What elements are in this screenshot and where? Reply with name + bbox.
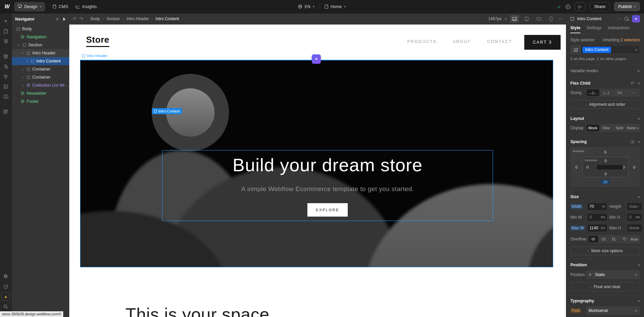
max-height-input[interactable]: None-	[627, 224, 642, 232]
pages-icon[interactable]	[1, 27, 10, 36]
explore-button[interactable]: EXPLORE	[307, 203, 348, 217]
canvas-more-icon[interactable]: ⋯	[559, 16, 563, 21]
min-width-input[interactable]: 0PX	[587, 213, 607, 221]
preview-button[interactable]: ▷	[575, 2, 585, 11]
flex-child-section-header[interactable]: Flex Child ∨	[570, 81, 640, 86]
padding-bottom-value[interactable]: 0	[605, 172, 607, 176]
spacing-section-header[interactable]: Spacing ∨	[570, 139, 640, 144]
site-logo[interactable]: Store	[86, 35, 109, 47]
breakpoint-desktop-icon[interactable]: *	[510, 15, 519, 22]
padding-left-value[interactable]: 0	[586, 165, 589, 169]
nav-link-products[interactable]: PRODUCTS	[407, 39, 437, 44]
close-icon[interactable]: ✕	[56, 17, 59, 21]
insights-button[interactable]: Insights	[76, 4, 97, 9]
inherited-selectors-link[interactable]: 2 selectors	[620, 38, 640, 42]
navigator-item-navigation[interactable]: Navigation	[12, 33, 69, 41]
position-section-header[interactable]: Position ∨	[570, 263, 640, 267]
margin-bottom-value[interactable]: 20	[601, 180, 610, 184]
breakpoint-tablet-icon[interactable]	[522, 15, 531, 22]
add-variable-mode-icon[interactable]: +	[637, 68, 640, 74]
breadcrumb-intro-header[interactable]: Intro Header	[126, 16, 149, 21]
spacing-drag-handle[interactable]: ✦	[312, 54, 321, 64]
typography-section-header[interactable]: Typography ∨	[570, 299, 640, 303]
position-dropdown[interactable]: ✕ Static ∨	[586, 270, 640, 279]
tab-settings[interactable]: Settings	[586, 26, 602, 33]
class-pill[interactable]: Intro Content	[582, 47, 611, 53]
intro-content-overlay-badge[interactable]: Intro Content	[152, 108, 182, 114]
design-mode-button[interactable]: Design ∨	[14, 2, 45, 11]
margin-right-value[interactable]: 0	[633, 165, 635, 169]
sizing-more-icon[interactable]: ⋯	[627, 89, 639, 96]
min-height-input[interactable]: 0PX	[627, 213, 642, 221]
nav-link-contact[interactable]: CONTACT	[487, 39, 512, 44]
variables-icon[interactable]	[1, 72, 10, 81]
font-dropdown[interactable]: Montserrat ∨	[586, 306, 640, 315]
navigator-item-section[interactable]: › Section	[12, 41, 69, 49]
navigator-item-body[interactable]: Body	[12, 25, 69, 33]
libraries-icon[interactable]	[1, 92, 10, 101]
share-button[interactable]: Share	[590, 2, 610, 11]
search-icon[interactable]	[1, 302, 10, 311]
margin-left-value[interactable]: 0	[575, 165, 577, 169]
overflow-auto-option[interactable]: Auto	[630, 236, 639, 242]
sizing-grow-icon[interactable]: |↔|	[600, 89, 613, 96]
publish-button[interactable]: Publish∨	[614, 2, 640, 11]
breakpoint-phone-icon[interactable]	[546, 15, 555, 22]
chevron-collapsed-icon[interactable]: ›	[22, 83, 25, 87]
overflow-scroll-icon[interactable]	[609, 236, 619, 242]
overflow-clip-icon[interactable]	[619, 236, 629, 242]
height-input[interactable]: Auto-	[627, 202, 642, 211]
chevron-expanded-icon[interactable]: ›	[21, 52, 25, 54]
sizing-shrink-icon[interactable]: →|←	[586, 89, 599, 96]
cart-button[interactable]: CART 3	[524, 35, 561, 50]
viewport-width-value[interactable]: 1467px	[488, 16, 501, 21]
chevron-collapsed-icon[interactable]: ›	[22, 75, 25, 79]
breadcrumb-body[interactable]: Body	[90, 16, 100, 21]
width-input[interactable]: 70%	[587, 202, 607, 211]
nav-link-about[interactable]: ABOUT	[453, 39, 471, 44]
intro-header-overlay-label[interactable]: Intro Header	[82, 54, 107, 58]
overflow-hidden-icon[interactable]	[599, 236, 609, 242]
layout-section-header[interactable]: Layout ∨	[570, 116, 640, 121]
navigator-icon[interactable]	[1, 37, 10, 46]
create-component-icon[interactable]	[624, 16, 629, 21]
spacing-diagram[interactable]: MARGIN 0 0 0 20 PADDING 0 0 0 0	[570, 147, 640, 187]
language-selector[interactable]: EN ∨	[298, 4, 315, 9]
navigator-item-collection-list[interactable]: › Collection List Wra...	[12, 81, 69, 89]
margin-top-value[interactable]: 0	[604, 150, 606, 154]
display-grid-option[interactable]: Grid	[613, 125, 626, 131]
breadcrumb-intro-content[interactable]: Intro Content	[156, 16, 179, 21]
components-icon[interactable]	[1, 52, 10, 61]
spacing-settings-icon[interactable]	[630, 140, 635, 144]
redo-icon[interactable]: ↷	[79, 16, 83, 21]
alignment-and-order-button[interactable]: ›Alignment and order	[570, 100, 640, 109]
hero-section[interactable]: Build your dream store A simple Webflow …	[80, 60, 553, 267]
overflow-visible-icon[interactable]	[589, 236, 598, 242]
chevron-collapsed-icon[interactable]: ›	[22, 67, 25, 71]
breadcrumb-section[interactable]: Section	[107, 16, 120, 21]
ai-assistant-button[interactable]: ✦	[632, 15, 640, 22]
style-selector-input[interactable]: * Intro Content ∨	[570, 45, 640, 54]
page-selector[interactable]: Home ∨	[325, 4, 346, 9]
display-flex-option[interactable]: Flex	[600, 125, 613, 131]
sizing-fixed-icon[interactable]: |×|	[613, 89, 626, 96]
tab-style[interactable]: Style	[570, 26, 580, 33]
max-width-input[interactable]: 1140PX	[587, 224, 607, 232]
add-elements-icon[interactable]: +	[1, 17, 10, 26]
apps-icon[interactable]	[1, 107, 10, 116]
display-block-option[interactable]: Block	[586, 125, 599, 131]
navigator-item-intro-header[interactable]: › Intro Header	[12, 49, 69, 57]
settings-icon[interactable]: ⚙	[1, 272, 10, 281]
intro-content-selection-box[interactable]: Build your dream store A simple Webflow …	[162, 150, 493, 221]
padding-top-value[interactable]: 0	[605, 159, 607, 163]
cms-button[interactable]: CMS	[52, 4, 68, 9]
size-section-header[interactable]: Size ∨	[570, 194, 640, 199]
tab-interactions[interactable]: Interactions	[608, 26, 630, 33]
audit-warning-icon[interactable]: ▲	[1, 292, 10, 301]
styles-icon[interactable]	[1, 62, 10, 71]
navigator-item-container[interactable]: › Container	[12, 65, 69, 73]
comments-icon[interactable]	[565, 4, 571, 9]
navigator-item-container[interactable]: › Container	[12, 73, 69, 81]
navigator-item-intro-content[interactable]: › Intro Content	[12, 57, 69, 65]
breakpoint-phone-landscape-icon[interactable]	[534, 15, 543, 22]
